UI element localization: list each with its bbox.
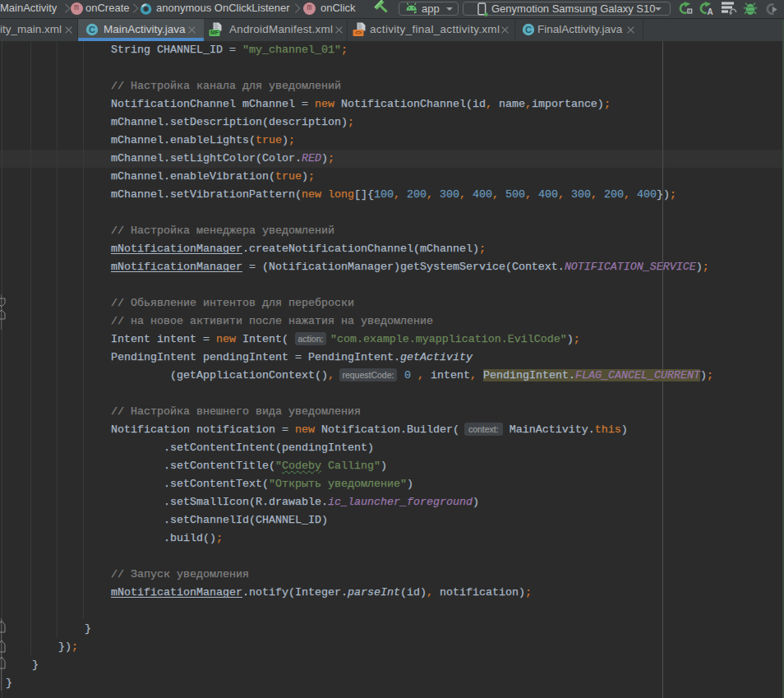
svg-text:C: C [89,25,95,35]
svg-text:C: C [525,25,532,35]
svg-text:<>: <> [355,30,362,35]
svg-text:A: A [708,7,713,16]
svg-text:MF: MF [210,30,219,35]
